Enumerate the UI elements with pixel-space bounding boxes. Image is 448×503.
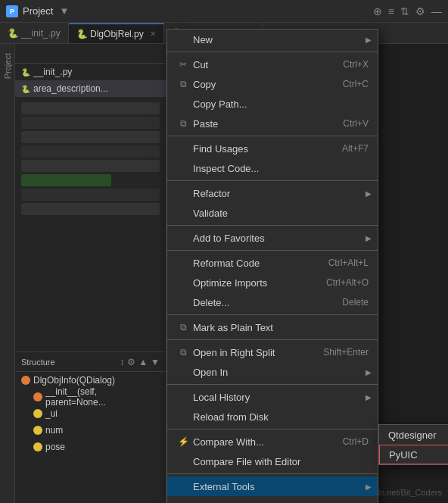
- tab-dlgobjrel-label: 🐍 DlgObjRel.py: [76, 29, 144, 39]
- up-struct-icon[interactable]: ▲: [138, 357, 148, 367]
- filter-struct-icon[interactable]: ⚙: [127, 357, 135, 367]
- tab-init[interactable]: 🐍 __init_.py: [0, 23, 69, 43]
- project-label[interactable]: Project: [23, 5, 53, 17]
- paste-icon: ⧉: [176, 118, 190, 129]
- structure-header: Structure ↕ ⚙ ▲ ▼: [15, 352, 166, 372]
- divider-1: [167, 52, 378, 52]
- menu-add-bom[interactable]: Add BOM: [167, 496, 378, 503]
- delete-shortcut: Delete: [342, 297, 369, 308]
- struct-circle-num: [33, 426, 42, 435]
- compare-shortcut: Ctrl+D: [343, 436, 369, 447]
- menu-copy[interactable]: ⧉ Copy Ctrl+C: [167, 74, 378, 94]
- structure-panel: Structure ↕ ⚙ ▲ ▼ DlgObjInfo(QDialog) __…: [15, 351, 166, 503]
- menu-new[interactable]: New: [167, 30, 378, 49]
- menu-external-tools[interactable]: External Tools: [167, 476, 378, 496]
- struct-item-pose[interactable]: pose: [15, 439, 166, 455]
- menu-validate[interactable]: Validate: [167, 203, 378, 223]
- struct-label-ui: _ui: [45, 408, 58, 419]
- struct-circle-class: [21, 376, 30, 385]
- sidebar-project-tab[interactable]: Project: [2, 47, 14, 85]
- find-shortcut: Alt+F7: [342, 143, 369, 154]
- project-icon: P: [6, 5, 18, 17]
- tab-dlgobjrel[interactable]: 🐍 DlgObjRel.py ✕: [69, 23, 164, 43]
- menu-paste[interactable]: ⧉ Paste Ctrl+V: [167, 114, 378, 133]
- menu-open-in[interactable]: Open In: [167, 362, 378, 382]
- settings-icon[interactable]: ⚙: [415, 5, 425, 17]
- submenu-pyuic[interactable]: PyUIC: [379, 445, 448, 464]
- file-item-area[interactable]: 🐍 area_description...: [15, 80, 166, 97]
- struct-item-init[interactable]: __init__(self, parent=None...: [15, 389, 166, 405]
- menu-refactor[interactable]: Refactor: [167, 183, 378, 203]
- struct-circle-ui: [33, 409, 42, 418]
- divider-3: [167, 180, 378, 181]
- down-struct-icon[interactable]: ▼: [151, 357, 160, 367]
- sidebar: Project: [0, 44, 15, 503]
- copy-shortcut: Ctrl+C: [343, 79, 369, 89]
- menu-inspect[interactable]: Inspect Code...: [167, 158, 378, 178]
- menu-reformat-label: Reformat Code: [193, 258, 260, 269]
- compare-icon: ⚡: [176, 436, 190, 447]
- open-right-shortcut: Shift+Enter: [323, 347, 369, 358]
- project-dropdown-arrow[interactable]: ▼: [59, 5, 69, 17]
- struct-circle-pose: [33, 442, 42, 451]
- menu-add-bom-label: Add BOM: [193, 501, 235, 504]
- menu-mark-plain[interactable]: ⧉ Mark as Plain Text: [167, 317, 378, 337]
- struct-circle-init: [33, 392, 42, 401]
- menu-delete[interactable]: Delete... Delete: [167, 292, 378, 312]
- copy-icon: ⧉: [176, 79, 190, 89]
- list-icon[interactable]: ≡: [388, 5, 394, 17]
- file-icon-area: 🐍: [21, 85, 30, 93]
- sort-icon[interactable]: ⇅: [400, 5, 409, 17]
- menu-local-history[interactable]: Local History: [167, 387, 378, 407]
- file-label-init: __init_.py: [33, 67, 72, 77]
- menu-cut[interactable]: ✂ Cut Ctrl+X: [167, 55, 378, 74]
- divider-9: [167, 429, 378, 430]
- menu-paste-label: Paste: [193, 118, 218, 130]
- menu-copy-path[interactable]: Copy Path...: [167, 94, 378, 114]
- menu-open-right-label: Open in Right Split: [193, 347, 275, 358]
- divider-2: [167, 136, 378, 136]
- header-left: P Project ▼: [6, 5, 69, 17]
- cut-icon: ✂: [176, 59, 190, 70]
- menu-reformat[interactable]: Reformat Code Ctrl+Alt+L: [167, 253, 378, 273]
- structure-title: Structure: [21, 358, 55, 367]
- external-tools-submenu: Qtdesigner PyUIC: [378, 424, 448, 465]
- optimize-shortcut: Ctrl+Alt+O: [326, 277, 369, 288]
- file-item-init[interactable]: 🐍 __init_.py: [15, 64, 166, 80]
- menu-cut-label: Cut: [193, 59, 208, 70]
- menu-reload[interactable]: Reload from Disk: [167, 407, 378, 426]
- struct-item-ui[interactable]: _ui: [15, 405, 166, 422]
- menu-history-label: Local History: [193, 392, 250, 403]
- menu-optimize-label: Optimize Imports: [193, 277, 267, 289]
- submenu-pyuic-label: PyUIC: [389, 449, 418, 461]
- struct-item-num[interactable]: num: [15, 422, 166, 439]
- menu-validate-label: Validate: [193, 208, 228, 219]
- divider-4: [167, 225, 378, 226]
- minimize-icon[interactable]: —: [431, 5, 442, 17]
- tab-dlgobjrel-close[interactable]: ✕: [150, 30, 156, 38]
- menu-refactor-label: Refactor: [193, 188, 230, 199]
- divider-5: [167, 250, 378, 251]
- sort-struct-icon[interactable]: ↕: [120, 357, 124, 367]
- ide-header: P Project ▼ ⊕ ≡ ⇅ ⚙ —: [0, 0, 448, 23]
- add-icon[interactable]: ⊕: [373, 5, 382, 17]
- menu-find-label: Find Usages: [193, 143, 248, 155]
- menu-mark-plain-label: Mark as Plain Text: [193, 322, 273, 333]
- struct-label-class: DlgObjInfo(QDialog): [33, 375, 115, 386]
- menu-open-right[interactable]: ⧉ Open in Right Split Shift+Enter: [167, 342, 378, 362]
- menu-optimize[interactable]: Optimize Imports Ctrl+Alt+O: [167, 273, 378, 292]
- menu-compare[interactable]: ⚡ Compare With... Ctrl+D: [167, 432, 378, 451]
- divider-6: [167, 314, 378, 315]
- menu-find-usages[interactable]: Find Usages Alt+F7: [167, 139, 378, 158]
- menu-add-favorites[interactable]: Add to Favorites: [167, 228, 378, 248]
- divider-8: [167, 384, 378, 385]
- code-preview: [15, 97, 166, 220]
- menu-reload-label: Reload from Disk: [193, 411, 269, 423]
- menu-open-in-label: Open In: [193, 367, 228, 378]
- struct-label-init: __init__(self, parent=None...: [45, 386, 160, 408]
- struct-label-pose: pose: [45, 442, 65, 452]
- struct-label-num: num: [45, 425, 63, 436]
- submenu-qtdesigner[interactable]: Qtdesigner: [379, 425, 448, 445]
- menu-compare-editor[interactable]: Compare File with Editor: [167, 451, 378, 471]
- menu-delete-label: Delete...: [193, 297, 229, 308]
